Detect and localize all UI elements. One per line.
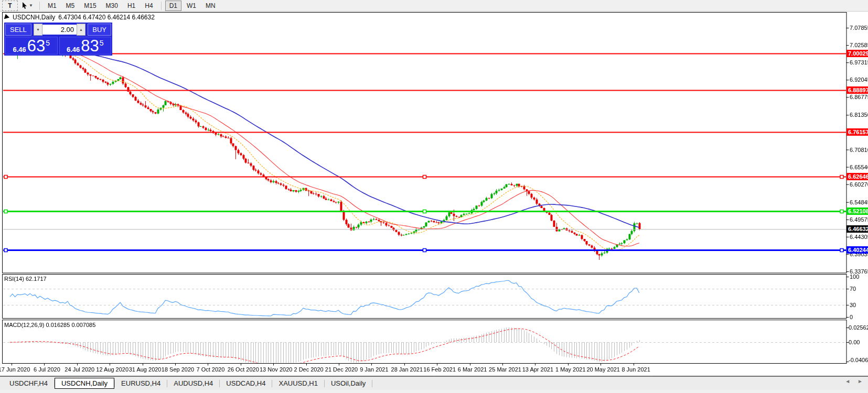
- chart-header: USDCNH,Daily 6.47304 6.47420 6.46214 6.4…: [5, 14, 155, 21]
- arrow-cursor-icon: [22, 2, 28, 9]
- timeframe-button-M15[interactable]: M15: [80, 1, 100, 11]
- top-toolbar: T ▼ M1M5M15M30H1H4D1W1MN: [0, 0, 868, 12]
- timeframe-button-D1[interactable]: D1: [165, 1, 181, 11]
- buy-price-big: 83: [81, 39, 99, 53]
- chart-tab-usdcnh-daily[interactable]: USDCNH,Daily: [55, 378, 114, 389]
- sell-price-sup: 5: [46, 39, 50, 47]
- rsi-indicator-label: RSI(14) 62.1717: [4, 276, 47, 282]
- volume-stepper: ▼ ▲: [34, 24, 85, 35]
- chart-tab-usoil-daily[interactable]: USOil,Daily: [325, 378, 372, 388]
- timeframe-button-M1[interactable]: M1: [44, 1, 61, 11]
- chart-tab-usdchf-h4[interactable]: USDCHF,H4: [3, 378, 54, 388]
- volume-increase-button[interactable]: ▲: [77, 24, 85, 36]
- timeframe-button-group: M1M5M15M30H1H4D1W1MN: [44, 1, 220, 11]
- chart-tab-bar: USDCHF,H4USDCNH,DailyEURUSD,H4AUDUSD,H4U…: [0, 376, 868, 390]
- buy-button[interactable]: BUY: [88, 24, 111, 36]
- tab-separator: [372, 380, 372, 387]
- chart-tab-usdcad-h4[interactable]: USDCAD,H4: [220, 378, 272, 388]
- chart-marker-icon: [4, 14, 10, 20]
- sell-price-prefix: 6.46: [13, 46, 26, 53]
- tab-scroll-arrows: ◄ ►: [845, 378, 863, 384]
- chart-ohlc-values: 6.47304 6.47420 6.46214 6.46632: [58, 14, 155, 21]
- sell-price-big: 63: [27, 39, 45, 53]
- timeframe-button-M30[interactable]: M30: [102, 1, 122, 11]
- price-chart-canvas[interactable]: [0, 0, 868, 393]
- text-tool-button[interactable]: T: [2, 1, 18, 11]
- timeframe-button-W1[interactable]: W1: [183, 1, 200, 11]
- volume-decrease-button[interactable]: ▼: [34, 24, 42, 36]
- cursor-tool-button[interactable]: ▼: [19, 1, 36, 11]
- timeframe-button-MN[interactable]: MN: [201, 1, 220, 11]
- one-click-trade-panel: SELL ▼ ▲ BUY 6.46 63 5 6.46 83 5: [4, 23, 112, 56]
- mt4-application-window: T ▼ M1M5M15M30H1H4D1W1MN USDCNH,Daily 6.…: [0, 0, 868, 393]
- timeframe-button-H4[interactable]: H4: [141, 1, 157, 11]
- toolbar-separator: [39, 2, 40, 10]
- tab-scroll-right-button[interactable]: ►: [858, 378, 863, 384]
- timeframe-button-H1[interactable]: H1: [123, 1, 140, 11]
- chart-tab-audusd-h4[interactable]: AUDUSD,H4: [167, 378, 219, 388]
- chevron-down-icon: ▼: [29, 3, 33, 8]
- buy-price-prefix: 6.46: [67, 46, 80, 53]
- sell-price-display[interactable]: 6.46 63 5: [5, 37, 58, 54]
- sell-button[interactable]: SELL: [5, 24, 31, 36]
- buy-price-display[interactable]: 6.46 83 5: [59, 37, 112, 54]
- chart-tab-eurusd-h4[interactable]: EURUSD,H4: [115, 378, 167, 388]
- buy-price-sup: 5: [100, 39, 104, 47]
- chart-symbol-title: USDCNH,Daily: [13, 14, 55, 21]
- chart-tab-xauusd-h1[interactable]: XAUUSD,H1: [272, 378, 324, 388]
- volume-input[interactable]: [42, 25, 77, 35]
- tab-scroll-left-button[interactable]: ◄: [845, 378, 850, 384]
- toolbar-separator: [161, 2, 162, 10]
- macd-indicator-label: MACD(12,26,9) 0.016285 0.007085: [4, 322, 95, 328]
- timeframe-button-M5[interactable]: M5: [62, 1, 79, 11]
